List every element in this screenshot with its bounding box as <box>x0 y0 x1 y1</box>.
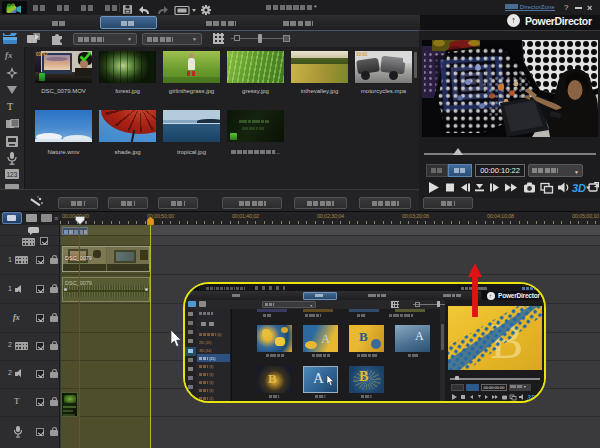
svg-text:123: 123 <box>7 171 18 178</box>
svg-text:3D: 3D <box>572 182 586 194</box>
